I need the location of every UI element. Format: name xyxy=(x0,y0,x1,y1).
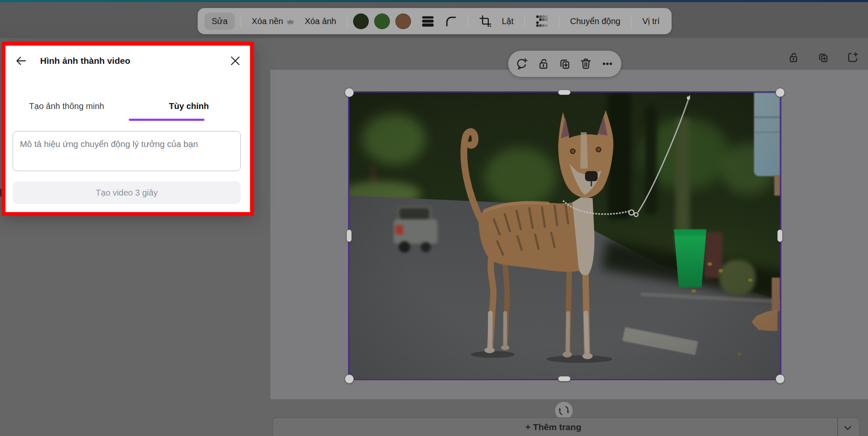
selection-handle-left[interactable] xyxy=(346,229,352,242)
close-icon xyxy=(230,55,241,66)
trash-icon[interactable] xyxy=(579,57,593,71)
selection-handle-top-right[interactable] xyxy=(775,88,785,97)
corner-rounding-icon[interactable] xyxy=(444,15,457,27)
color-swatch-1[interactable] xyxy=(353,14,369,29)
color-swatch-2[interactable] xyxy=(374,14,390,29)
panel-tabs: Tạo ảnh thông minh Tùy chỉnh xyxy=(5,93,250,119)
remove-background-label: Xóa nền xyxy=(252,16,283,26)
unlock-icon[interactable] xyxy=(786,50,801,65)
line-weight-icon[interactable] xyxy=(422,15,434,27)
highlight-red-box: Hình ảnh thành video Tạo ảnh thông minh … xyxy=(2,42,254,216)
add-page-button[interactable]: + Thêm trang xyxy=(273,418,834,436)
unlock-icon[interactable] xyxy=(536,57,551,71)
context-toolbar: Sửa Xóa nền Xóa ảnh Lật Chuyển động Vị t… xyxy=(198,8,672,34)
bar-divider xyxy=(837,418,838,436)
flip-button[interactable]: Lật xyxy=(502,16,514,26)
tab-custom[interactable]: Tùy chỉnh xyxy=(128,93,250,119)
toolbar-divider xyxy=(524,15,525,27)
selection-handle-top[interactable] xyxy=(558,90,571,95)
corner-actions xyxy=(786,50,863,65)
remove-background-button[interactable]: Xóa nền xyxy=(252,16,295,26)
object-toolbar xyxy=(508,51,621,77)
selection-handle-bottom[interactable] xyxy=(558,376,571,382)
active-tab-underline xyxy=(129,119,204,121)
animate-button[interactable]: Chuyển động xyxy=(570,16,620,26)
position-button[interactable]: Vị trí xyxy=(642,16,660,26)
back-arrow-icon xyxy=(15,55,27,67)
panel-header: Hình ảnh thành video xyxy=(5,46,250,76)
image-to-video-panel: Hình ảnh thành video Tạo ảnh thông minh … xyxy=(5,46,250,212)
duplicate-icon[interactable] xyxy=(558,57,572,71)
collapse-pages-button[interactable] xyxy=(842,422,853,433)
duplicate-icon[interactable] xyxy=(816,50,830,65)
crop-icon[interactable] xyxy=(479,15,492,27)
selection-border xyxy=(348,91,781,380)
back-button[interactable] xyxy=(15,54,27,67)
comment-add-icon[interactable] xyxy=(515,57,529,71)
remove-image-button[interactable]: Xóa ảnh xyxy=(305,16,336,26)
edit-button[interactable]: Sửa xyxy=(204,13,235,30)
selection-handle-bottom-right[interactable] xyxy=(775,374,785,384)
toolbar-divider xyxy=(468,15,468,27)
chevron-down-icon xyxy=(844,424,852,432)
add-to-page-icon[interactable] xyxy=(846,50,860,65)
motion-prompt-input[interactable] xyxy=(13,131,241,171)
toolbar-divider xyxy=(347,15,348,27)
color-swatch-3[interactable] xyxy=(395,14,411,29)
toolbar-divider xyxy=(631,15,632,27)
more-icon[interactable] xyxy=(600,57,615,71)
rotate-icon xyxy=(558,405,570,417)
selection-handle-bottom-left[interactable] xyxy=(345,374,354,384)
selection-handle-right[interactable] xyxy=(777,229,783,242)
toolbar-divider xyxy=(559,15,560,27)
tab-smart-image[interactable]: Tạo ảnh thông minh xyxy=(5,93,128,119)
add-page-bar[interactable]: + Thêm trang xyxy=(272,417,860,436)
generate-video-button[interactable]: Tạo video 3 giây xyxy=(13,181,241,204)
transparency-icon[interactable] xyxy=(536,15,548,27)
toolbar-divider xyxy=(240,15,241,27)
close-button[interactable] xyxy=(229,54,242,67)
crown-icon xyxy=(286,18,294,25)
selection-handle-top-left[interactable] xyxy=(345,88,354,97)
panel-title: Hình ảnh thành video xyxy=(40,46,131,76)
